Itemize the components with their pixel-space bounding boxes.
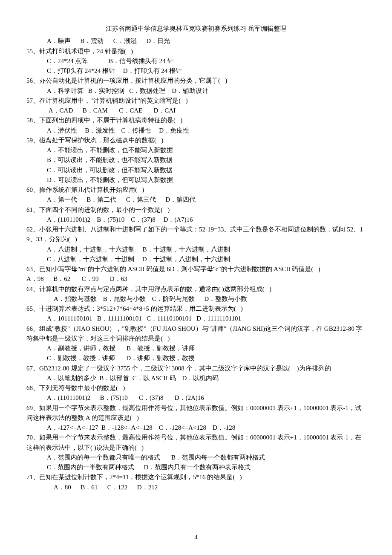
text-line: 69、如果用一个字节来表示整数，最高位用作符号位，其他位表示数值。例如：0000… — [26, 403, 366, 423]
text-line: A．不能读出，不能删改，也不能写入新数据 — [26, 145, 366, 155]
text-line: 55、针式打印机术语中，24 针是指( ) — [26, 46, 366, 56]
text-line: C．八进制，十六进制，十进制 D．十进制，八进制，十六进制 — [26, 254, 366, 264]
text-line: C．24*24 点阵 B．信号线插头有 24 针 — [26, 56, 366, 66]
text-line: C．范围内的一半数有两种格式 D．范围内只有一个数有两种表示格式 — [26, 462, 366, 472]
text-line: A．副教授，讲师，教授 B．教授，副教授，讲师 — [26, 344, 366, 353]
text-line: 64、计算机中的数有浮点与定点两种，其中用浮点表示的数，通常由( )这两部分组成… — [26, 284, 366, 294]
text-line: A．八进制，十进制，十六进制 B．十进制，十六进制，八进制 — [26, 245, 366, 254]
text-line: A．潜伏性 B．激发性 C．传播性 D．免疫性 — [26, 126, 366, 136]
text-line: 63、已知小写字母"m"的十六进制的 ASCII 码值是 6D，则小写字母"c"… — [26, 264, 366, 274]
text-line: A．第一代 B．第二代 C．第三代 D．第四代 — [26, 195, 366, 205]
text-line: D．可以读出，不能删改，但可以写入新数据 — [26, 175, 366, 185]
text-line: 58、下面列出的四项中，不属于计算机病毒特征的是( ) — [26, 116, 366, 125]
text-line: 60、操作系统在第几代计算机开始应用( ) — [26, 185, 366, 195]
document-body: A．噪声 B．震动 C．潮湿 D．日光55、针式打印机术语中，24 针是指( )… — [26, 36, 366, 492]
text-line: 61、下面四个不同的进制的数，最小的一个数是( ) — [26, 205, 366, 215]
text-line: A．(11011001)2 B．(75)10 C．(37)8 D．(2A)16 — [26, 393, 366, 403]
text-line: C．可以读出，可以删改，但不能写入新数据 — [26, 165, 366, 175]
text-line: A．10111100101 B．11111100101 C．1111010010… — [26, 314, 366, 324]
text-line: 65、十进制算术表达式：3*512+7*64+4*8+5 的运算结果，用二进制表… — [26, 304, 366, 314]
text-line: A．(11011001)2 B．(75)10 C．(37)8 D．(A7)16 — [26, 215, 366, 225]
text-line: 66、组成"教授"（JIAO SHOU），"副教授"（FU JIAO SHOU）… — [26, 324, 366, 344]
text-line: C．打印头有 24*24 根针 D．打印头有 24 根针 — [26, 66, 366, 76]
text-line: A．80 B．61 C．122 D．212 — [26, 483, 366, 492]
text-line: 68、下列无符号数中最小的数是( ) — [26, 383, 366, 393]
text-line: A．以笔划的多少 B．以部首 C．以 ASCII 码 D．以机内码 — [26, 373, 366, 383]
text-line: C．副教授，教授，讲师 D．讲师，副教授，教授 — [26, 353, 366, 363]
text-line: 71、已知在某进位制计数下，2*4=11，根据这个运算规则，5*16 的结果是(… — [26, 472, 366, 482]
text-line: 59、磁盘处于写保护状态，那么磁盘中的数据( ) — [26, 136, 366, 145]
text-line: A．CAD B．CAM C．CAE D．CAI — [26, 106, 366, 116]
text-line: A．噪声 B．震动 C．潮湿 D．日光 — [26, 36, 366, 46]
document-page: 江苏省南通中学信息学奥林匹克联赛初赛系列练习 岳军编辑整理 A．噪声 B．震动 … — [0, 0, 392, 555]
text-line: 56、办公自动化是计算机的一项应用，按计算机应用的分类，它属于( ) — [26, 76, 366, 86]
text-line: A．-127<=A<=127 B．-128<=A<=128 C．-128<=A<… — [26, 423, 366, 433]
text-line: A．范围内的每一个数都只有唯一的格式 B．范围内每一个数都有两种格式 — [26, 453, 366, 462]
text-line: 57、在计算机应用中，"计算机辅助设计"的英文缩写是( ) — [26, 96, 366, 106]
text-line: 70、如果用一个字节来表示整数，最高位用作符号位，其他位表示数值。例如：0000… — [26, 433, 366, 453]
text-line: A．科学计算 B．实时控制 C．数据处理 D．辅助设计 — [26, 86, 366, 96]
page-number: 4 — [0, 532, 392, 542]
text-line: 62、小张用十六进制、八进制和十进制写了如下的一个等式：52-19=33。式中三… — [26, 225, 366, 245]
text-line: A．指数与基数 B．尾数与小数 C．阶码与尾数 D．整数与小数 — [26, 294, 366, 304]
text-line: 67、GB2312-80 规定了一级汉字 3755 个，二级汉字 3008 个，… — [26, 364, 366, 373]
text-line: A．98 B．62 C．99 D．63 — [26, 274, 366, 284]
page-header: 江苏省南通中学信息学奥林匹克联赛初赛系列练习 岳军编辑整理 — [26, 24, 366, 34]
text-line: B．可以读出，不能删改，也不能写入新数据 — [26, 155, 366, 165]
